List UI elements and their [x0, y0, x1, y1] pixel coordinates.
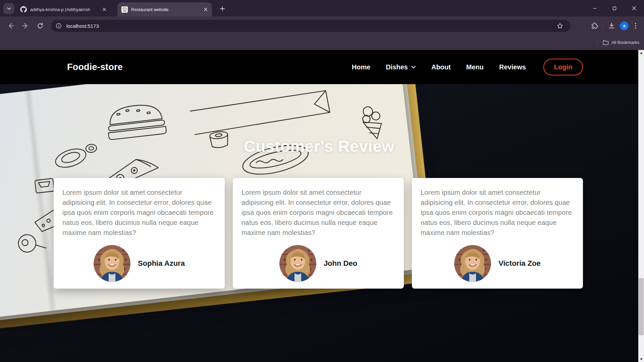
- nav-item-reviews[interactable]: Reviews: [499, 63, 526, 71]
- scrollbar-thumb[interactable]: [639, 278, 644, 335]
- review-card: Lorem ipsum dolor sit amet consectetur a…: [412, 178, 583, 289]
- puzzle-icon: [591, 22, 598, 29]
- tab-close-icon[interactable]: [203, 6, 209, 12]
- browser-toolbar: localhost:5173 a: [0, 16, 644, 35]
- maximize-button[interactable]: [604, 0, 624, 16]
- reload-icon: [37, 22, 44, 29]
- forward-icon: [22, 22, 29, 29]
- scroll-up-arrow[interactable]: [638, 50, 644, 56]
- browser-menu-button[interactable]: [631, 19, 641, 32]
- star-icon: [557, 23, 563, 29]
- bookmarks-separator: [597, 39, 597, 46]
- review-card: Lorem ipsum dolor sit amet consectetur a…: [233, 178, 404, 289]
- back-icon: [7, 22, 14, 29]
- bookmark-star-button[interactable]: [553, 19, 566, 32]
- review-text: Lorem ipsum dolor sit amet consectetur a…: [241, 187, 395, 238]
- close-window-button[interactable]: [624, 0, 644, 16]
- review-card: Lorem ipsum dolor sit amet consectetur a…: [54, 178, 225, 289]
- nav-links: Home Dishes About Menu Reviews Login: [352, 59, 583, 75]
- review-text: Lorem ipsum dolor sit amet consectetur a…: [421, 187, 574, 238]
- review-text: Lorem ipsum dolor sit amet consectetur a…: [62, 187, 216, 238]
- download-icon: [608, 22, 615, 29]
- plus-icon: [220, 6, 225, 11]
- nav-item-menu[interactable]: Menu: [466, 63, 484, 71]
- webpage: Foodie-store Home Dishes About Menu Revi…: [0, 50, 644, 362]
- folder-icon: [603, 40, 609, 45]
- nav-item-dishes-label: Dishes: [386, 63, 408, 71]
- kebab-menu-icon: [635, 23, 636, 29]
- chevron-down-icon: [7, 7, 11, 10]
- site-info-icon[interactable]: [54, 21, 63, 30]
- reviewer-avatar: [94, 245, 130, 282]
- tab-title: adithya-krishna-p (Adithyakrish: [30, 7, 101, 12]
- reviewer-name: Sophia Azura: [138, 259, 185, 268]
- all-bookmarks-label: All Bookmarks: [611, 40, 639, 45]
- profile-avatar: a: [620, 21, 629, 30]
- maximize-icon: [612, 6, 616, 10]
- reviewer-name: John Deo: [324, 259, 357, 268]
- toolbar-right-icons: a: [588, 16, 641, 35]
- new-tab-button[interactable]: [217, 4, 227, 14]
- site-navbar: Foodie-store Home Dishes About Menu Revi…: [0, 50, 644, 84]
- nav-item-about[interactable]: About: [431, 63, 451, 71]
- browser-window: adithya-krishna-p (Adithyakrish ✕ Restau…: [0, 0, 644, 362]
- login-button[interactable]: Login: [543, 59, 583, 75]
- section-title: Customer's Review: [0, 137, 638, 156]
- minimize-icon: [593, 6, 597, 10]
- address-bar[interactable]: localhost:5173: [51, 20, 570, 32]
- scroll-down-arrow[interactable]: [638, 356, 644, 362]
- hero-section: Customer's Review Lorem ipsum dolor sit …: [0, 84, 644, 362]
- profile-button[interactable]: a: [618, 19, 631, 32]
- bookmarks-bar: All Bookmarks: [0, 35, 644, 50]
- window-controls: [585, 0, 644, 16]
- tab-restaurant-website[interactable]: ✕ Restaurant website: [117, 2, 212, 16]
- extensions-button[interactable]: [588, 19, 601, 32]
- minimize-button[interactable]: [585, 0, 604, 16]
- reviewer-avatar: [454, 245, 491, 282]
- toolbar-separator: [603, 22, 603, 29]
- forward-button[interactable]: [19, 16, 32, 35]
- reviewer-avatar: [279, 245, 316, 282]
- page-scrollbar[interactable]: [638, 50, 644, 362]
- site-logo[interactable]: Foodie-store: [67, 62, 123, 72]
- back-button[interactable]: [4, 16, 17, 35]
- chevron-down-icon: [411, 66, 416, 69]
- tab-title: Restaurant website: [131, 7, 203, 12]
- url-text: localhost:5173: [66, 23, 553, 29]
- tab-search-button[interactable]: [3, 3, 14, 14]
- reviewer-name: Victoria Zoe: [498, 259, 541, 268]
- review-cards: Lorem ipsum dolor sit amet consectetur a…: [54, 178, 583, 289]
- tab-github[interactable]: adithya-krishna-p (Adithyakrish: [16, 2, 111, 16]
- close-icon: [632, 6, 636, 10]
- nav-item-dishes[interactable]: Dishes: [386, 63, 416, 71]
- downloads-button[interactable]: [605, 19, 618, 32]
- reload-button[interactable]: [34, 16, 47, 35]
- tab-strip: adithya-krishna-p (Adithyakrish ✕ Restau…: [0, 0, 644, 16]
- restaurant-favicon-icon: ✕: [121, 6, 128, 13]
- all-bookmarks-button[interactable]: All Bookmarks: [603, 40, 639, 45]
- nav-item-home[interactable]: Home: [352, 63, 371, 71]
- tab-close-icon[interactable]: [101, 6, 107, 12]
- github-icon: [20, 6, 27, 13]
